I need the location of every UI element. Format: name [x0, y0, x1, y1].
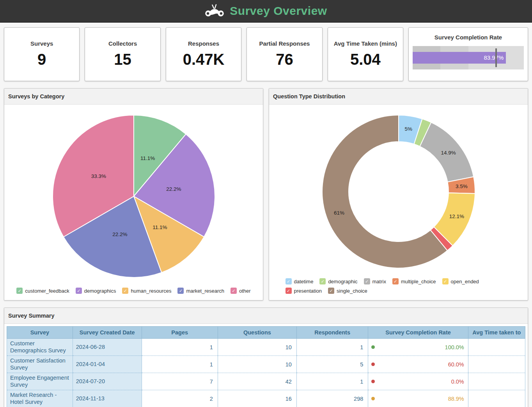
- cell-survey-name: Customer Demographics Survey: [7, 339, 73, 356]
- legend-checkbox-check-icon: ✓: [442, 278, 449, 284]
- cell-created-date: 2024-01-04: [73, 356, 142, 373]
- cell-avg-time: [468, 356, 525, 373]
- cell-created-date: 2024-11-13: [73, 390, 142, 407]
- legend-item-datetime[interactable]: ✓datetime: [286, 278, 314, 284]
- panel-question-type-distribution: Question Type Distribution 5%14.9%3.5%12…: [269, 88, 528, 300]
- cell-respondents: 1: [296, 373, 368, 390]
- panel-surveys-by-category: Surveys by Category 11.1%22.2%11.1%22.2%…: [4, 88, 263, 300]
- legend-label: customer_feedback: [25, 288, 69, 294]
- status-dot-icon: [371, 380, 375, 383]
- surveys-by-category-pie-chart[interactable]: 11.1%22.2%11.1%22.2%33.3%: [52, 114, 216, 278]
- completion-rate-bullet-gauge: 83.97%: [413, 46, 524, 69]
- kpi-card-surveys: Surveys 9: [4, 27, 80, 81]
- gauge-value-label: 83.97%: [484, 54, 504, 61]
- table-row: Market Research - Hotel Survey2024-11-13…: [7, 390, 525, 407]
- legend-label: human_resources: [131, 288, 171, 294]
- slice-label-single_choice: 61%: [334, 210, 344, 216]
- legend-item-customer_feedback[interactable]: ✓customer_feedback: [16, 288, 69, 294]
- legend-label: matrix: [372, 279, 386, 284]
- column-header[interactable]: Survey: [7, 327, 73, 339]
- cell-pages: 1: [142, 339, 218, 356]
- survey-summary-table-scroll-area[interactable]: SurveySurvey Created DatePagesQuestionsR…: [7, 326, 525, 407]
- table-row: Employee Engagement Survey2024-07-207421…: [7, 373, 525, 390]
- panel-survey-summary: Survey Summary SurveySurvey Created Date…: [4, 307, 528, 407]
- column-header[interactable]: Survey Created Date: [73, 327, 142, 339]
- cell-completion-rate: 88.9%: [368, 390, 468, 407]
- cell-survey-name: Employee Engagement Survey: [7, 373, 73, 390]
- legend-checkbox-check-icon: ✓: [286, 278, 292, 284]
- charts-row: Surveys by Category 11.1%22.2%11.1%22.2%…: [4, 88, 528, 300]
- completion-rate-value: 88.9%: [448, 396, 464, 402]
- dashboard-page: Surveys 9 Collectors 15 Responses 0.47K …: [0, 27, 532, 407]
- kpi-card-partial-responses: Partial Responses 76: [246, 27, 322, 81]
- legend-item-open_ended[interactable]: ✓open_ended: [442, 278, 479, 284]
- slice-label-multiple_choice: 3.5%: [456, 183, 468, 189]
- legend-item-presentation[interactable]: ✓presentation: [286, 288, 322, 294]
- legend-label: single_choice: [337, 288, 367, 294]
- slice-label-matrix: 14.9%: [441, 149, 456, 155]
- status-dot-icon: [371, 397, 375, 400]
- column-header[interactable]: Questions: [218, 327, 296, 339]
- legend-checkbox-check-icon: ✓: [286, 288, 292, 294]
- legend-checkbox-check-icon: ✓: [364, 278, 370, 284]
- legend-label: open_ended: [451, 279, 479, 284]
- legend-checkbox-check-icon: ✓: [16, 288, 23, 294]
- column-header[interactable]: Avg Time taken to: [468, 327, 525, 339]
- kpi-label: Surveys: [30, 40, 53, 47]
- kpi-card-completion-rate: Survey Completion Rate 83.97%: [408, 27, 528, 81]
- legend-checkbox-check-icon: ✓: [328, 288, 334, 294]
- cell-avg-time: [468, 373, 525, 390]
- legend-label: other: [239, 288, 251, 294]
- legend-label: demographic: [328, 279, 357, 284]
- cell-avg-time: [468, 390, 525, 407]
- kpi-label: Collectors: [108, 40, 137, 47]
- legend-item-multiple_choice[interactable]: ✓multiple_choice: [392, 278, 436, 284]
- legend-checkbox-check-icon: ✓: [319, 278, 326, 284]
- column-header[interactable]: Pages: [142, 327, 218, 339]
- panel-title-surveys-by-category: Surveys by Category: [4, 89, 263, 105]
- slice-label-market_research: 22.2%: [112, 231, 127, 237]
- column-header[interactable]: Respondents: [296, 327, 368, 339]
- legend-label: market_research: [186, 288, 224, 294]
- kpi-label: Responses: [188, 40, 219, 47]
- legend-item-matrix[interactable]: ✓matrix: [364, 278, 386, 284]
- legend-item-other[interactable]: ✓other: [231, 288, 251, 294]
- kpi-value: 15: [114, 51, 131, 68]
- kpi-value: 9: [37, 51, 46, 68]
- kpi-label: Avg Time Taken (mins): [334, 40, 397, 47]
- completion-rate-value: 100.0%: [445, 344, 464, 350]
- kpi-card-collectors: Collectors 15: [85, 27, 160, 81]
- legend-item-demographic[interactable]: ✓demographic: [319, 278, 357, 284]
- slice-label-human_resources: 11.1%: [153, 224, 167, 230]
- slice-label-other: 33.3%: [91, 173, 106, 179]
- question-type-donut-chart[interactable]: 5%14.9%3.5%12.1%61%: [321, 114, 477, 270]
- column-header[interactable]: Survey Completion Rate: [368, 327, 468, 339]
- slice-label-customer_feedback: 11.1%: [140, 155, 154, 161]
- legend-item-single_choice[interactable]: ✓single_choice: [328, 288, 367, 294]
- legend-item-human_resources[interactable]: ✓human_resources: [122, 288, 171, 294]
- cell-survey-name: Customer Satisfaction Survey: [7, 356, 73, 373]
- legend-label: demographics: [84, 288, 116, 294]
- legend-item-market_research[interactable]: ✓market_research: [177, 288, 224, 294]
- cell-respondents: 5: [296, 356, 368, 373]
- legend-checkbox-check-icon: ✓: [177, 288, 184, 294]
- cell-respondents: 1: [296, 339, 368, 356]
- cell-completion-rate: 60.0%: [368, 356, 468, 373]
- surveys-by-category-legend: ✓customer_feedback✓demographics✓human_re…: [4, 288, 263, 300]
- legend-item-demographics[interactable]: ✓demographics: [76, 288, 116, 294]
- cell-questions: 16: [218, 390, 296, 407]
- slice-label-demographics: 22.2%: [166, 186, 181, 192]
- kpi-card-avg-time-taken: Avg Time Taken (mins) 5.04: [328, 27, 403, 81]
- completion-rate-value: 60.0%: [448, 361, 464, 368]
- cell-questions: 42: [218, 373, 296, 390]
- legend-label: presentation: [294, 288, 322, 294]
- cell-created-date: 2024-07-20: [73, 373, 142, 390]
- slice-label-datetime: 5%: [404, 126, 412, 132]
- kpi-value: 0.47K: [183, 51, 225, 68]
- kpi-value: 5.04: [350, 51, 381, 68]
- cell-pages: 7: [142, 373, 218, 390]
- legend-checkbox-check-icon: ✓: [231, 288, 237, 294]
- question-type-legend: ✓datetime✓demographic✓matrix✓multiple_ch…: [282, 278, 516, 300]
- table-row: Customer Demographics Survey2024-06-2811…: [7, 339, 525, 356]
- gauge-title: Survey Completion Rate: [413, 34, 524, 41]
